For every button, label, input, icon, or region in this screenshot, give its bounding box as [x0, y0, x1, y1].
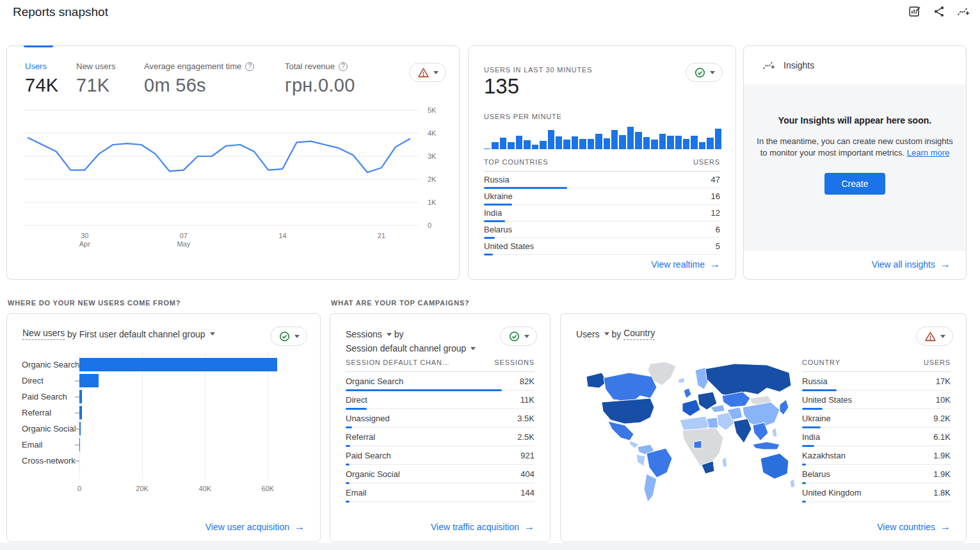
dimension-picker[interactable]: Country — [623, 328, 655, 340]
table-row: Organic Search82K — [346, 372, 534, 391]
view-traffic-acquisition-link[interactable]: View traffic acquisition→ — [431, 521, 534, 533]
dimension-picker[interactable]: Session default channel group — [346, 342, 476, 356]
metric-tab-new-users[interactable]: New users71K — [76, 61, 115, 96]
acquisition-status-dropdown[interactable] — [270, 327, 307, 346]
chevron-down-icon — [524, 335, 529, 338]
chevron-down-icon — [470, 347, 476, 350]
help-icon[interactable]: ? — [339, 62, 348, 71]
arrow-right-icon: → — [524, 521, 534, 533]
bar — [79, 358, 277, 371]
users-trend-chart: 5K4K3K2K1K030Apr07May1421 — [23, 102, 451, 253]
acquisition-card: New users by First user default channel … — [6, 313, 321, 542]
svg-text:0: 0 — [428, 222, 431, 229]
reports-snapshot-page: Reports snapshot — [0, 0, 980, 550]
campaigns-status-dropdown[interactable] — [500, 327, 537, 346]
view-countries-link[interactable]: View countries→ — [877, 521, 951, 533]
create-insight-button[interactable]: Create — [824, 173, 885, 195]
table-row: India12 — [484, 205, 720, 222]
svg-text:07: 07 — [180, 232, 188, 239]
per-minute-bar — [556, 136, 562, 149]
per-minute-bar — [516, 136, 522, 149]
row-value-bar — [346, 501, 349, 503]
section-campaigns-header: WHAT ARE YOUR TOP CAMPAIGNS? — [331, 299, 470, 307]
table-row: Referral2.5K — [346, 428, 534, 446]
insights-title: Insights — [783, 60, 814, 70]
section-acquisition-header: WHERE DO YOUR NEW USERS COME FROM? — [8, 299, 181, 307]
top-countries-table: Russia47Ukraine16India12Belarus6United S… — [484, 172, 720, 255]
table-row: Belarus6 — [484, 222, 720, 238]
metric-tab-average-engagement-time[interactable]: Average engagement time?0m 56s — [144, 61, 254, 96]
acquisition-card-title: New users by First user default channel … — [22, 328, 240, 340]
check-circle-icon — [694, 67, 706, 79]
bar-row-cross-network: Cross-network — [7, 453, 315, 469]
per-minute-bar — [619, 135, 625, 149]
campaigns-card: Sessions by Session default channel grou… — [330, 313, 550, 542]
metric-tab-users[interactable]: Users74K — [25, 61, 59, 96]
help-icon[interactable]: ? — [245, 62, 254, 71]
customize-report-icon[interactable] — [907, 4, 922, 19]
row-value-bar — [484, 254, 493, 255]
per-minute-bar — [595, 134, 602, 149]
arrow-right-icon: → — [940, 259, 951, 270]
geo-status-dropdown[interactable] — [916, 327, 953, 346]
top-countries-header: TOP COUNTRIES USERS — [484, 158, 720, 172]
table-row: Russia17K — [802, 372, 951, 391]
per-minute-bar — [715, 129, 721, 149]
svg-text:May: May — [177, 240, 190, 248]
metric-picker[interactable]: Sessions — [346, 328, 392, 342]
per-minute-bar — [691, 136, 697, 149]
metric-picker[interactable]: New users — [22, 328, 65, 340]
bar-row-referral: Referral — [7, 405, 315, 421]
metric-picker[interactable]: Users — [576, 329, 609, 339]
per-minute-bar — [579, 139, 586, 149]
per-minute-bar — [508, 142, 514, 149]
svg-text:30: 30 — [81, 232, 88, 239]
table-row: United Kingdom1.8K — [802, 483, 951, 502]
overview-card: Users74KNew users71KAverage engagement t… — [6, 45, 460, 280]
svg-text:14: 14 — [278, 232, 286, 239]
bar — [79, 374, 99, 387]
bar — [79, 422, 81, 435]
per-minute-bar — [563, 140, 570, 149]
metric-tab-total-revenue[interactable]: Total revenue?грн.0.00 — [285, 61, 355, 96]
per-minute-bar — [588, 139, 594, 149]
per-minute-bar — [643, 137, 650, 149]
geo-table-header: COUNTRY USERS — [802, 359, 951, 372]
realtime-status-dropdown[interactable] — [686, 63, 723, 82]
share-icon[interactable] — [931, 4, 947, 19]
row-value-bar — [802, 501, 806, 503]
per-minute-bar — [651, 140, 657, 149]
view-realtime-link[interactable]: View realtime→ — [651, 259, 720, 270]
table-row: Belarus1.9K — [802, 465, 951, 483]
per-minute-bar — [699, 142, 705, 149]
users-per-minute-label: USERS PER MINUTE — [484, 113, 562, 120]
overview-status-dropdown[interactable] — [409, 63, 446, 82]
realtime-users-value: 135 — [484, 74, 519, 99]
insights-icon[interactable] — [956, 4, 971, 19]
bar — [79, 390, 82, 403]
table-row: Russia47 — [484, 172, 720, 188]
svg-text:2K: 2K — [428, 175, 437, 183]
view-all-insights-link[interactable]: View all insights→ — [872, 259, 951, 270]
selected-metric-indicator — [24, 45, 53, 47]
arrow-right-icon: → — [294, 521, 305, 533]
realtime-users-label: USERS IN LAST 30 MINUTES — [484, 66, 592, 74]
chevron-down-icon — [940, 335, 945, 338]
insights-spark-icon — [762, 58, 776, 72]
chevron-down-icon — [604, 332, 609, 336]
per-minute-bar — [611, 130, 618, 149]
chevron-down-icon — [710, 71, 715, 74]
learn-more-link[interactable]: Learn more — [907, 148, 949, 158]
bar-row-organic-search: Organic Search — [7, 357, 315, 373]
dimension-picker[interactable]: by First user default channel group — [67, 329, 215, 339]
svg-text:1K: 1K — [428, 198, 437, 206]
geo-card-title: Users by Country — [576, 328, 655, 340]
chevron-down-icon — [387, 333, 392, 336]
bar-row-paid-search: Paid Search — [7, 389, 315, 405]
per-minute-bar — [500, 138, 506, 149]
warning-icon — [924, 330, 936, 343]
insights-header: Insights — [744, 46, 966, 85]
view-user-acquisition-link[interactable]: View user acquisition→ — [205, 521, 305, 533]
arrow-right-icon: → — [940, 521, 951, 533]
per-minute-bar — [572, 136, 578, 149]
